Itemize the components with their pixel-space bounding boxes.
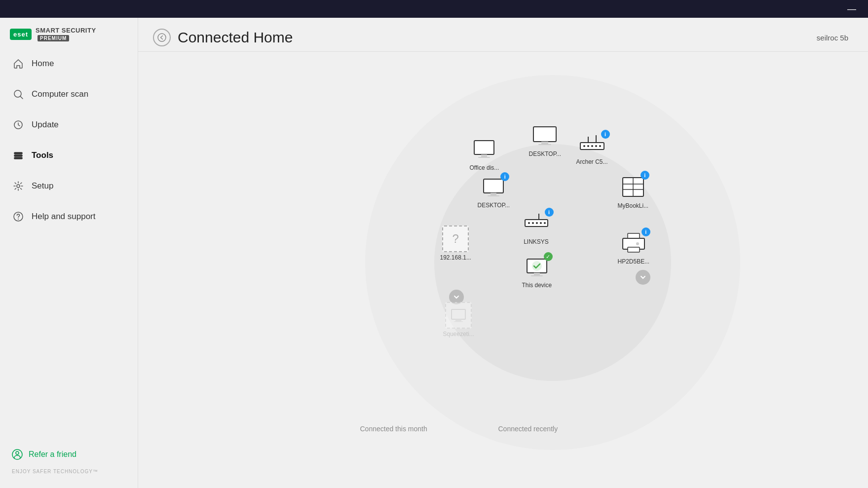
info-badge-hp2d5be: i (642, 227, 650, 236)
svg-point-40 (532, 222, 534, 224)
svg-point-43 (544, 222, 546, 224)
check-badge-this-device: ✓ (544, 252, 553, 261)
network-area: Connected this month Connected recently … (138, 52, 868, 488)
unknown-icon: ? (442, 225, 469, 252)
nav-label-setup: Setup (32, 181, 53, 191)
svg-rect-17 (538, 144, 551, 145)
device-unknown[interactable]: ? 192.168.1... (440, 225, 471, 261)
sidebar-item-computer-scan[interactable]: Computer scan (0, 79, 138, 110)
nav-items: HomeComputer scanUpdateToolsSetupHelp an… (0, 48, 138, 232)
svg-point-11 (158, 34, 166, 41)
svg-rect-32 (628, 247, 640, 252)
nav-label-home: Home (32, 59, 54, 69)
device-label-unknown: 192.168.1... (440, 254, 471, 261)
scan-icon (12, 88, 25, 101)
svg-rect-48 (452, 309, 465, 319)
device-icon-wrap (530, 123, 559, 149)
enjoy-text: ENJOY SAFER TECHNOLOGY™ (0, 465, 138, 478)
svg-rect-34 (484, 179, 503, 193)
device-icon-wrap: i (481, 175, 506, 200)
svg-rect-46 (531, 275, 543, 276)
page-title: Connected Home (178, 29, 293, 46)
tools-icon (12, 149, 25, 162)
device-icon-wrap: ? (442, 225, 469, 252)
back-button[interactable] (153, 29, 171, 46)
svg-rect-36 (488, 195, 499, 196)
network-name: seilroc 5b (817, 34, 848, 42)
device-label-linksys: LINKSYS (524, 238, 549, 245)
device-icon-wrap: i (620, 230, 647, 256)
device-archer[interactable]: i Archer C5... (576, 133, 608, 165)
nav-label-tools: Tools (32, 150, 53, 160)
sidebar-item-setup[interactable]: Setup (0, 171, 138, 201)
nav-label-update: Update (32, 120, 59, 130)
device-label-mybookli: MyBookLi... (618, 202, 649, 209)
svg-rect-5 (14, 157, 22, 159)
device-desktop-inner[interactable]: i DESKTOP... (478, 175, 510, 209)
info-badge-archer: i (601, 130, 610, 139)
svg-rect-12 (474, 141, 494, 154)
info-badge-mybookli: i (641, 171, 649, 180)
device-label-desktop-outer: DESKTOP... (529, 150, 562, 157)
device-icon-wrap: i (522, 211, 551, 236)
device-label-desktop-inner: DESKTOP... (478, 202, 510, 209)
sidebar-item-help-support[interactable]: Help and support (0, 201, 138, 232)
info-badge-desktop-inner: i (500, 172, 509, 181)
svg-point-24 (595, 145, 597, 147)
home-icon (12, 57, 25, 70)
zone-label-recently: Connected recently (498, 425, 558, 433)
nav-label-computer-scan: Computer scan (32, 89, 88, 99)
back-icon (157, 33, 166, 42)
device-icon-wrap: i (577, 133, 607, 156)
network-viz: Connected this month Connected recently … (331, 77, 775, 448)
svg-rect-16 (541, 142, 548, 144)
app-container: eset SMART SECURITY PREMIUM HomeComputer… (0, 18, 868, 488)
main-content: Connected Home seilroc 5b Connected this… (138, 18, 868, 488)
nav-label-help-support: Help and support (32, 212, 95, 222)
sidebar-item-update[interactable]: Update (0, 110, 138, 140)
device-mybookli[interactable]: i MyBookLi... (618, 174, 649, 209)
eset-logo: eset (10, 29, 32, 40)
sidebar-item-home[interactable]: Home (0, 48, 138, 79)
device-linksys[interactable]: i LINKSYS (522, 211, 551, 245)
svg-rect-14 (478, 157, 490, 158)
sidebar-bottom: Refer a friend (0, 444, 138, 465)
svg-point-25 (599, 145, 601, 147)
device-label-office-dis: Office dis... (470, 164, 499, 171)
svg-point-6 (17, 185, 20, 188)
squeeze-icon (445, 302, 472, 329)
logo-area: eset SMART SECURITY PREMIUM (0, 18, 138, 48)
svg-rect-13 (481, 154, 487, 157)
refer-friend-link[interactable]: Refer a friend (12, 449, 126, 460)
device-icon-wrap: i (620, 174, 646, 200)
setup-icon (12, 180, 25, 192)
svg-rect-50 (454, 321, 463, 322)
info-badge-linksys: i (545, 208, 554, 217)
sidebar-item-tools[interactable]: Tools (0, 140, 138, 171)
device-this-device[interactable]: ✓ This device (522, 255, 552, 289)
device-squeezeti[interactable]: Squeezeti... (443, 302, 474, 338)
header-left: Connected Home (153, 29, 293, 46)
device-hp2d5be[interactable]: i HP2D5BE... (618, 230, 650, 265)
refer-friend-label: Refer a friend (29, 450, 76, 459)
device-desktop-outer[interactable]: DESKTOP... (529, 123, 562, 157)
title-bar: — (0, 0, 868, 18)
sidebar: eset SMART SECURITY PREMIUM HomeComputer… (0, 18, 138, 488)
svg-rect-49 (455, 319, 461, 321)
device-icon-wrap (471, 137, 497, 162)
svg-rect-45 (534, 273, 540, 275)
svg-point-21 (583, 145, 585, 147)
page-header: Connected Home seilroc 5b (138, 18, 868, 52)
minimize-button[interactable]: — (843, 4, 860, 14)
expand-right[interactable] (636, 270, 650, 285)
expand-right-button[interactable] (636, 270, 650, 285)
device-icon-wrap: ✓ (524, 255, 550, 280)
zone-label-this-month: Connected this month (360, 425, 427, 433)
help-icon (12, 210, 25, 223)
svg-rect-3 (14, 152, 22, 154)
device-office-dis[interactable]: Office dis... (470, 137, 499, 171)
refer-icon (12, 449, 23, 460)
svg-point-41 (536, 222, 538, 224)
svg-point-42 (540, 222, 542, 224)
brand-text: SMART SECURITY PREMIUM (36, 27, 128, 41)
